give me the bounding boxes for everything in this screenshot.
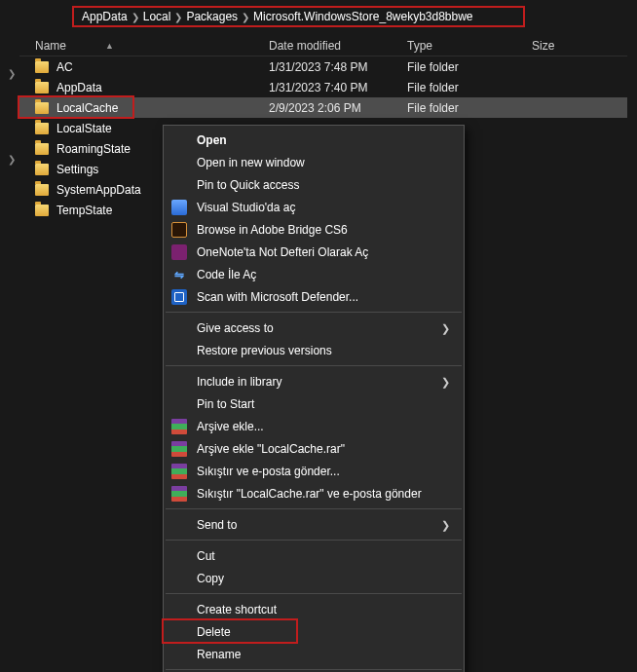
header-name[interactable]: Name ▲ <box>19 39 269 53</box>
menu-item[interactable]: Give access to❯ <box>164 317 464 339</box>
menu-separator <box>166 540 462 541</box>
menu-item[interactable]: Send to❯ <box>164 513 464 536</box>
chevron-right-icon: ❯ <box>242 12 249 22</box>
header-size[interactable]: Size <box>532 39 627 53</box>
menu-item[interactable]: Delete <box>164 620 464 643</box>
menu-item-label: Scan with Microsoft Defender... <box>197 290 358 304</box>
menu-item-label: Rename <box>197 648 241 661</box>
menu-separator <box>166 508 462 509</box>
rar-icon <box>171 464 187 479</box>
folder-name: AppData <box>56 81 102 94</box>
menu-item-label: Restore previous versions <box>197 344 332 357</box>
menu-item-label: OneNote'ta Not Defteri Olarak Aç <box>197 245 368 259</box>
submenu-arrow-icon: ❯ <box>441 376 450 389</box>
menu-item[interactable]: Include in library❯ <box>164 370 464 392</box>
menu-item[interactable]: Code İle Aç⇋ <box>164 263 464 285</box>
rar-icon <box>171 441 187 457</box>
menu-item-label: Pin to Start <box>197 397 254 411</box>
submenu-arrow-icon: ❯ <box>441 519 450 532</box>
breadcrumb-segment[interactable]: Microsoft.WindowsStore_8wekyb3d8bbwe <box>253 10 472 23</box>
breadcrumb-segment[interactable]: AppData <box>82 10 128 23</box>
menu-item-label: Arşive ekle "LocalCache.rar" <box>197 442 345 456</box>
tree-chevron-icon[interactable]: ❯ <box>8 68 16 79</box>
menu-item[interactable]: Visual Studio'da aç <box>164 196 464 218</box>
folder-name: LocalCache <box>56 101 118 115</box>
breadcrumb-segment[interactable]: Local <box>143 10 171 23</box>
menu-item-label: Create shortcut <box>197 603 277 616</box>
folder-icon <box>35 82 49 93</box>
breadcrumb-segment[interactable]: Packages <box>186 10 238 23</box>
rar-icon <box>171 486 187 502</box>
menu-item[interactable]: Open in new window <box>164 151 464 173</box>
menu-item-label: Sıkıştır "LocalCache.rar" ve e-posta gön… <box>197 487 422 501</box>
folder-row[interactable]: LocalCache2/9/2023 2:06 PMFile folder <box>19 97 627 118</box>
folder-icon <box>35 205 49 216</box>
def-icon <box>171 289 187 305</box>
menu-separator <box>166 593 462 594</box>
folder-icon <box>35 123 49 134</box>
folder-name: Settings <box>56 163 98 176</box>
folder-row[interactable]: AppData1/31/2023 7:40 PMFile folder <box>19 77 627 97</box>
menu-item-label: Sıkıştır ve e-posta gönder... <box>197 465 340 478</box>
menu-item[interactable]: Restore previous versions <box>164 339 464 361</box>
vs-icon <box>171 200 187 215</box>
breadcrumb[interactable]: AppData❯Local❯Packages❯Microsoft.Windows… <box>72 6 525 27</box>
menu-item[interactable]: Arşive ekle... <box>164 415 464 437</box>
folder-type: File folder <box>407 60 532 74</box>
folder-date: 1/31/2023 7:48 PM <box>269 60 407 74</box>
menu-item[interactable]: Sıkıştır ve e-posta gönder... <box>164 460 464 482</box>
folder-icon <box>35 164 49 175</box>
menu-item-label: Open <box>197 133 227 147</box>
menu-item[interactable]: Browse in Adobe Bridge CS6 <box>164 218 464 241</box>
folder-icon <box>35 61 49 73</box>
folder-date: 1/31/2023 7:40 PM <box>269 81 407 94</box>
menu-item-label: Pin to Quick access <box>197 178 299 192</box>
column-headers: Name ▲ Date modified Type Size <box>19 35 627 56</box>
sort-asc-icon: ▲ <box>105 41 114 51</box>
folder-row[interactable]: AC1/31/2023 7:48 PMFile folder <box>19 56 627 77</box>
code-icon: ⇋ <box>171 267 187 282</box>
folder-name: LocalState <box>56 122 112 135</box>
menu-item[interactable]: OneNote'ta Not Defteri Olarak Aç <box>164 241 464 263</box>
folder-name: TempState <box>56 204 112 217</box>
menu-item[interactable]: Rename <box>164 643 464 665</box>
menu-item[interactable]: Open <box>164 129 464 151</box>
menu-item-label: Open in new window <box>197 156 305 169</box>
folder-type: File folder <box>407 81 532 94</box>
folder-name: SystemAppData <box>56 183 141 197</box>
menu-item-label: Send to <box>197 518 237 532</box>
tree-chevron-icon[interactable]: ❯ <box>8 154 16 165</box>
menu-item-label: Arşive ekle... <box>197 420 264 433</box>
menu-item[interactable]: Arşive ekle "LocalCache.rar" <box>164 437 464 460</box>
menu-item-label: Include in library <box>197 375 281 389</box>
menu-item-label: Code İle Aç <box>197 268 256 281</box>
menu-item[interactable]: Pin to Start <box>164 392 464 415</box>
menu-item[interactable]: Copy <box>164 567 464 589</box>
header-type[interactable]: Type <box>407 39 532 53</box>
submenu-arrow-icon: ❯ <box>441 322 450 335</box>
menu-item[interactable]: Create shortcut <box>164 598 464 620</box>
on-icon <box>171 244 187 260</box>
menu-item-label: Give access to <box>197 321 274 335</box>
br-icon <box>171 222 187 238</box>
menu-separator <box>166 365 462 366</box>
folder-icon <box>35 143 49 155</box>
menu-item[interactable]: Pin to Quick access <box>164 173 464 196</box>
menu-item-label: Delete <box>197 625 231 639</box>
menu-separator <box>166 312 462 313</box>
folder-name: RoamingState <box>56 142 131 156</box>
menu-item[interactable]: Cut <box>164 544 464 567</box>
context-menu: OpenOpen in new windowPin to Quick acces… <box>163 125 465 672</box>
menu-item-label: Browse in Adobe Bridge CS6 <box>197 223 348 237</box>
chevron-right-icon: ❯ <box>131 12 139 22</box>
folder-date: 2/9/2023 2:06 PM <box>269 101 407 115</box>
folder-name: AC <box>56 60 73 74</box>
folder-icon <box>35 102 49 114</box>
menu-item[interactable]: Scan with Microsoft Defender... <box>164 285 464 308</box>
folder-icon <box>35 184 49 196</box>
menu-item-label: Cut <box>197 549 215 563</box>
menu-separator <box>166 669 462 670</box>
folder-type: File folder <box>407 101 532 115</box>
menu-item[interactable]: Sıkıştır "LocalCache.rar" ve e-posta gön… <box>164 482 464 504</box>
header-date[interactable]: Date modified <box>269 39 407 53</box>
